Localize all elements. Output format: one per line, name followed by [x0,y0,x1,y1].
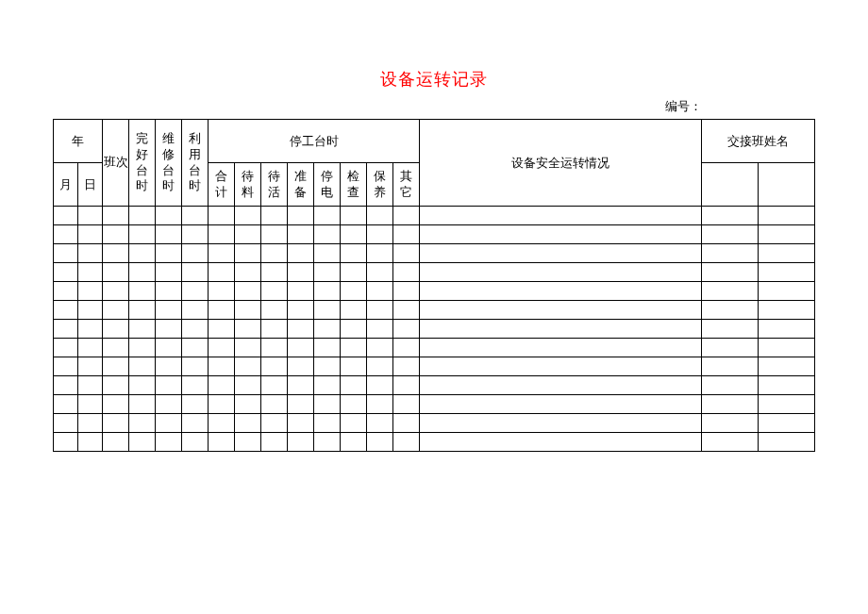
header-other: 其它 [393,163,420,207]
table-cell [129,263,156,282]
table-cell [129,395,156,414]
header-inspect: 检查 [341,163,367,207]
table-cell [261,433,288,452]
table-cell [314,414,341,433]
table-cell [288,207,314,225]
table-cell [235,225,261,244]
table-cell [78,357,103,376]
table-cell [103,395,129,414]
table-cell [341,282,367,301]
table-cell [156,263,182,282]
table-cell [103,282,129,301]
table-cell [261,244,288,263]
table-cell [129,282,156,301]
table-cell [702,301,759,320]
table-cell [54,244,78,263]
table-cell [156,339,182,357]
table-cell [156,207,182,225]
table-cell [702,414,759,433]
table-cell [393,244,420,263]
table-cell [182,263,209,282]
table-cell [314,301,341,320]
table-cell [367,301,393,320]
table-cell [759,433,815,452]
table-cell [235,282,261,301]
table-cell [182,357,209,376]
table-cell [235,301,261,320]
table-cell [288,395,314,414]
table-cell [393,339,420,357]
header-prepare: 准备 [288,163,314,207]
table-cell [367,225,393,244]
table-cell [129,376,156,395]
table-cell [129,320,156,339]
table-cell [314,207,341,225]
table-cell [209,263,235,282]
table-cell [341,320,367,339]
table-cell [341,244,367,263]
table-cell [314,395,341,414]
table-cell [235,433,261,452]
header-handover-name: 交接班姓名 [702,120,815,163]
table-cell [393,320,420,339]
table-cell [341,301,367,320]
table-cell [182,376,209,395]
table-cell [759,376,815,395]
table-cell [314,244,341,263]
table-cell [156,301,182,320]
table-cell [103,244,129,263]
table-cell [54,339,78,357]
table-cell [702,320,759,339]
table-cell [759,339,815,357]
table-cell [129,339,156,357]
table-cell [341,339,367,357]
table-cell [209,301,235,320]
table-cell [367,395,393,414]
table-cell [182,320,209,339]
table-cell [759,395,815,414]
table-row [54,433,815,452]
serial-number-label: 编号： [53,98,815,115]
table-cell [103,433,129,452]
table-cell [702,263,759,282]
table-cell [759,301,815,320]
table-cell [78,244,103,263]
table-cell [341,433,367,452]
table-cell [420,207,702,225]
header-wait-material: 待料 [235,163,261,207]
table-cell [235,339,261,357]
table-cell [288,376,314,395]
table-cell [261,207,288,225]
table-cell [209,339,235,357]
table-cell [420,282,702,301]
table-cell [156,414,182,433]
table-cell [288,225,314,244]
table-cell [341,225,367,244]
table-cell [367,263,393,282]
table-cell [54,207,78,225]
table-cell [78,376,103,395]
table-cell [235,244,261,263]
table-cell [129,301,156,320]
table-cell [261,282,288,301]
header-shift: 班次 [103,120,129,207]
table-cell [288,301,314,320]
table-cell [759,282,815,301]
table-cell [78,282,103,301]
table-cell [156,320,182,339]
table-cell [261,395,288,414]
table-cell [393,376,420,395]
header-maintain: 保养 [367,163,393,207]
table-cell [209,282,235,301]
table-row [54,395,815,414]
table-cell [367,433,393,452]
table-cell [156,395,182,414]
table-cell [235,263,261,282]
table-cell [393,433,420,452]
table-cell [103,414,129,433]
table-cell [702,225,759,244]
table-cell [314,357,341,376]
table-cell [702,207,759,225]
table-cell [54,357,78,376]
table-cell [702,244,759,263]
